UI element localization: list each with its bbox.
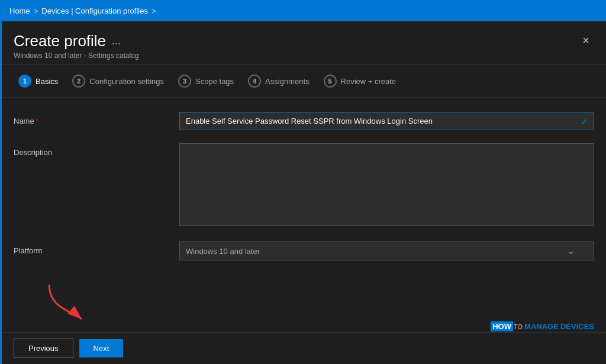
description-input-wrap — [179, 143, 594, 228]
create-profile-panel: Create profile ... Windows 10 and later … — [0, 21, 606, 364]
panel-subtitle: Windows 10 and later - Settings catalog — [14, 51, 138, 60]
platform-select-wrap: Windows 10 and later ⌄ — [179, 241, 594, 260]
step-scope-tags[interactable]: 3 Scope tags — [173, 71, 243, 91]
description-form-row: Description — [14, 143, 594, 228]
name-input[interactable] — [179, 112, 594, 130]
watermark-how: HOW — [491, 321, 513, 331]
panel-header: Create profile ... Windows 10 and later … — [2, 21, 606, 65]
platform-value: Windows 10 and later — [186, 247, 260, 256]
panel-title-text: Create profile — [14, 32, 106, 50]
description-label: Description — [14, 143, 179, 157]
step-review-create[interactable]: 5 Review + create — [319, 71, 406, 91]
platform-chevron-icon: ⌄ — [568, 246, 575, 256]
panel-more-options[interactable]: ... — [112, 35, 121, 47]
step-label-config: Configuration settings — [89, 77, 164, 86]
step-circle-3: 3 — [178, 75, 191, 88]
name-form-row: Name* ✓ — [14, 112, 594, 130]
name-check-icon: ✓ — [581, 115, 588, 127]
close-button[interactable]: × — [578, 32, 594, 49]
step-configuration-settings[interactable]: 2 Configuration settings — [67, 71, 173, 91]
name-required-indicator: * — [36, 117, 38, 125]
step-circle-4: 4 — [248, 75, 261, 88]
next-button[interactable]: Next — [79, 339, 124, 357]
previous-button[interactable]: Previous — [14, 339, 73, 358]
platform-label: Platform — [14, 241, 179, 255]
step-circle-5: 5 — [324, 75, 337, 88]
breadcrumb-sep2: > — [152, 7, 156, 15]
description-textarea[interactable] — [179, 143, 594, 226]
breadcrumb-home[interactable]: Home — [9, 7, 30, 15]
step-circle-2: 2 — [72, 75, 85, 88]
steps-bar: 1 Basics 2 Configuration settings 3 Scop… — [2, 65, 606, 98]
step-label-scope: Scope tags — [195, 77, 234, 86]
platform-form-row: Platform Windows 10 and later ⌄ — [14, 241, 594, 260]
panel-title-row: Create profile ... — [14, 32, 138, 50]
watermark-manage: MANAGE — [524, 322, 559, 331]
form-area: Name* ✓ Description Platform Windows 10 … — [2, 98, 606, 332]
step-label-assignments: Assignments — [265, 77, 309, 86]
watermark-to: TO — [514, 323, 523, 330]
step-basics[interactable]: 1 Basics — [14, 71, 67, 91]
name-input-wrapper: ✓ — [179, 112, 594, 130]
step-label-basics: Basics — [36, 77, 58, 86]
name-label: Name* — [14, 112, 179, 125]
breadcrumb-devices[interactable]: Devices | Configuration profiles — [41, 7, 148, 15]
watermark: HOW TO MANAGE DEVICES — [491, 321, 594, 331]
panel-header-left: Create profile ... Windows 10 and later … — [14, 32, 138, 60]
platform-dropdown[interactable]: Windows 10 and later ⌄ — [179, 241, 594, 260]
breadcrumb-sep1: > — [34, 7, 38, 15]
step-label-review: Review + create — [341, 77, 397, 86]
top-navigation-bar: Home > Devices | Configuration profiles … — [0, 0, 606, 21]
name-input-wrap: ✓ — [179, 112, 594, 130]
watermark-devices: DEVICES — [560, 322, 594, 331]
panel-footer: Previous Next — [2, 332, 606, 364]
step-assignments[interactable]: 4 Assignments — [243, 71, 318, 91]
step-circle-1: 1 — [18, 75, 31, 88]
